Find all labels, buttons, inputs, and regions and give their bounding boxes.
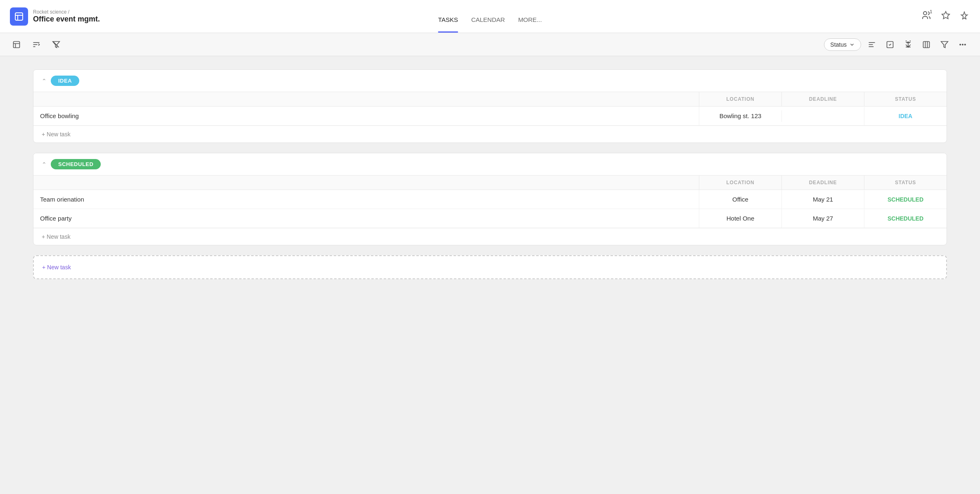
- table-row: Team orienation Office May 21 SCHEDULED: [33, 190, 947, 209]
- status-dropdown[interactable]: Status: [824, 38, 861, 51]
- svg-rect-0: [15, 13, 23, 20]
- expand-button[interactable]: [10, 39, 23, 50]
- app-logo-icon: [10, 7, 28, 26]
- deadline-cell: May 21: [781, 190, 864, 209]
- svg-marker-21: [941, 41, 948, 48]
- task-name-cell[interactable]: Team orienation: [33, 190, 699, 209]
- status-cell: SCHEDULED: [864, 190, 947, 209]
- scheduled-table-header: LOCATION DEADLINE STATUS: [33, 176, 947, 190]
- idea-group-header: ⌃ IDEA: [33, 70, 947, 92]
- toolbar-right: Status: [824, 38, 970, 51]
- svg-point-3: [923, 12, 927, 15]
- task-name-cell[interactable]: Office bowling: [33, 107, 699, 125]
- header: Rocket science / Office event mgmt. TASK…: [0, 0, 980, 33]
- deadline-cell: May 27: [781, 209, 864, 228]
- location-cell: Bowling st. 123: [699, 107, 781, 125]
- header-actions: 1: [920, 9, 970, 24]
- table-row: Office party Hotel One May 27 SCHEDULED: [33, 209, 947, 228]
- columns-button[interactable]: [919, 38, 934, 51]
- location-column-header: LOCATION: [699, 92, 781, 106]
- idea-table-header: LOCATION DEADLINE STATUS: [33, 92, 947, 107]
- main-content: ⌃ IDEA LOCATION DEADLINE STATUS Office b…: [0, 56, 980, 494]
- task-column-header-2: [33, 176, 699, 190]
- status-cell: IDEA: [864, 107, 947, 125]
- status-column-header: STATUS: [864, 92, 947, 106]
- group-split-button[interactable]: [30, 39, 43, 50]
- status-column-header-2: STATUS: [864, 176, 947, 190]
- nav-tasks[interactable]: TASKS: [438, 16, 458, 33]
- idea-badge: IDEA: [51, 76, 79, 86]
- header-nav: TASKS CALENDAR MORE...: [438, 0, 542, 33]
- header-logo: Rocket science / Office event mgmt.: [10, 7, 101, 26]
- nav-more[interactable]: MORE...: [518, 16, 542, 33]
- pin-button[interactable]: [959, 10, 970, 23]
- nav-calendar[interactable]: CALENDAR: [471, 16, 505, 33]
- bottom-new-task-card[interactable]: + New task: [33, 255, 947, 279]
- star-button[interactable]: [940, 9, 952, 24]
- task-column-header: [33, 92, 699, 106]
- idea-chevron-icon[interactable]: ⌃: [42, 78, 47, 84]
- clear-filter-button[interactable]: [50, 39, 63, 50]
- scheduled-chevron-icon[interactable]: ⌃: [42, 161, 47, 168]
- check-button[interactable]: [883, 38, 897, 51]
- idea-group-card: ⌃ IDEA LOCATION DEADLINE STATUS Office b…: [33, 69, 947, 143]
- group-by-button[interactable]: [864, 38, 879, 51]
- sort-button[interactable]: [901, 38, 916, 51]
- deadline-column-header: DEADLINE: [781, 92, 864, 106]
- deadline-cell: [781, 110, 864, 122]
- svg-point-22: [960, 44, 961, 45]
- svg-rect-5: [14, 41, 20, 48]
- idea-new-task[interactable]: + New task: [33, 126, 947, 142]
- location-column-header-2: LOCATION: [699, 176, 781, 190]
- svg-point-24: [965, 44, 966, 45]
- team-members-button[interactable]: 1: [920, 9, 933, 24]
- scheduled-group-header: ⌃ SCHEDULED: [33, 153, 947, 176]
- table-row: Office bowling Bowling st. 123 IDEA: [33, 107, 947, 126]
- project-title: Office event mgmt.: [33, 15, 100, 24]
- bottom-new-task-text: + New task: [42, 264, 71, 271]
- svg-line-10: [53, 42, 59, 47]
- scheduled-badge: SCHEDULED: [51, 159, 101, 169]
- svg-marker-4: [942, 12, 949, 19]
- breadcrumb: Rocket science /: [33, 9, 100, 15]
- scheduled-group-card: ⌃ SCHEDULED LOCATION DEADLINE STATUS Tea…: [33, 153, 947, 245]
- status-cell: SCHEDULED: [864, 209, 947, 228]
- toolbar-left: [10, 39, 63, 50]
- more-options-button[interactable]: [955, 38, 970, 51]
- filter-button[interactable]: [937, 38, 952, 51]
- location-cell: Office: [699, 190, 781, 209]
- svg-rect-18: [923, 41, 930, 48]
- scheduled-new-task[interactable]: + New task: [33, 228, 947, 245]
- deadline-column-header-2: DEADLINE: [781, 176, 864, 190]
- task-name-cell[interactable]: Office party: [33, 209, 699, 228]
- status-label: Status: [830, 41, 847, 48]
- location-cell: Hotel One: [699, 209, 781, 228]
- toolbar: Status: [0, 33, 980, 56]
- header-title-group: Rocket science / Office event mgmt.: [33, 9, 100, 24]
- svg-point-23: [962, 44, 963, 45]
